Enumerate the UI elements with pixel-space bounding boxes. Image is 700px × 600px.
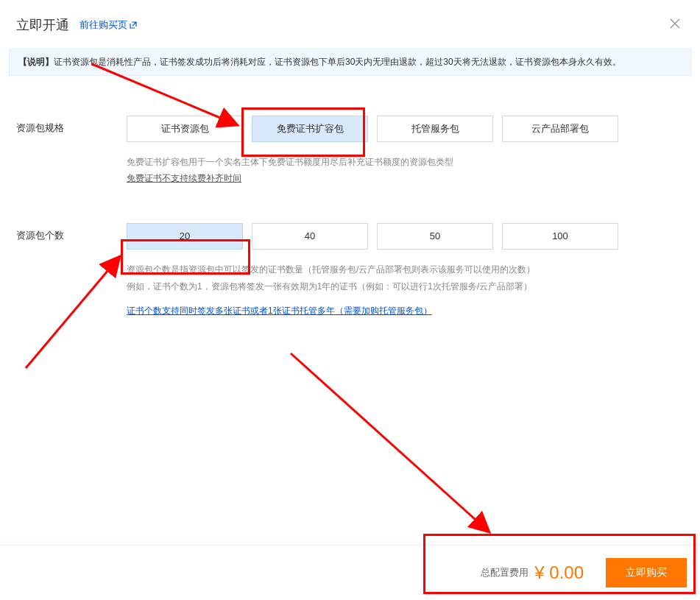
count-section: 资源包个数 20 40 50 100 资源包个数是指资源包中可以签发的证书数量（… — [0, 223, 700, 318]
spec-option-cloud-deploy[interactable]: 云产品部署包 — [502, 116, 618, 142]
count-desc2: 例如，证书个数为1，资源包将签发一张有效期为1年的证书（例如：可以进行1次托管服… — [127, 278, 684, 295]
spec-section: 资源包规格 证书资源包 免费证书扩容包 托管服务包 云产品部署包 免费证书扩容包… — [0, 116, 700, 185]
count-option-40[interactable]: 40 — [252, 223, 368, 250]
svg-line-2 — [291, 353, 489, 532]
fee-amount: ¥ 0.00 — [534, 562, 584, 583]
spec-option-cert-pack[interactable]: 证书资源包 — [127, 116, 243, 142]
count-desc-link[interactable]: 证书个数支持同时签发多张证书或者1张证书托管多年（需要加购托管服务包） — [127, 306, 432, 316]
notice-prefix: 【说明】 — [18, 57, 54, 67]
spec-desc: 免费证书扩容包用于一个实名主体下免费证书额度用尽后补充证书额度的资源包类型 — [127, 154, 684, 171]
count-label: 资源包个数 — [16, 223, 127, 318]
spec-option-free-expansion[interactable]: 免费证书扩容包 — [252, 116, 368, 142]
count-option-100[interactable]: 100 — [502, 223, 618, 250]
notice-bar: 【说明】证书资源包是消耗性产品，证书签发成功后将消耗对应，证书资源包下单后30天… — [9, 49, 691, 76]
footer-bar: 总配置费用 ¥ 0.00 立即购买 — [0, 545, 700, 600]
close-icon — [669, 18, 681, 29]
annotation-arrow-3 — [287, 350, 501, 541]
goto-purchase-label: 前往购买页 — [79, 18, 127, 32]
count-desc1: 资源包个数是指资源包中可以签发的证书数量（托管服务包/云产品部署包则表示该服务可… — [127, 261, 684, 278]
page-title: 立即开通 — [16, 16, 69, 34]
notice-text: 证书资源包是消耗性产品，证书签发成功后将消耗对应，证书资源包下单后30天内无理由… — [54, 57, 621, 67]
external-link-icon — [129, 21, 138, 29]
close-button[interactable] — [666, 15, 684, 35]
count-option-20[interactable]: 20 — [127, 223, 243, 250]
spec-desc-link[interactable]: 免费证书不支持续费补齐时间 — [127, 173, 241, 183]
goto-purchase-link[interactable]: 前往购买页 — [79, 18, 138, 32]
fee-label: 总配置费用 — [481, 566, 528, 579]
count-option-50[interactable]: 50 — [377, 223, 493, 250]
spec-option-hosting[interactable]: 托管服务包 — [377, 116, 493, 142]
spec-label: 资源包规格 — [16, 116, 127, 185]
buy-button[interactable]: 立即购买 — [606, 558, 687, 587]
